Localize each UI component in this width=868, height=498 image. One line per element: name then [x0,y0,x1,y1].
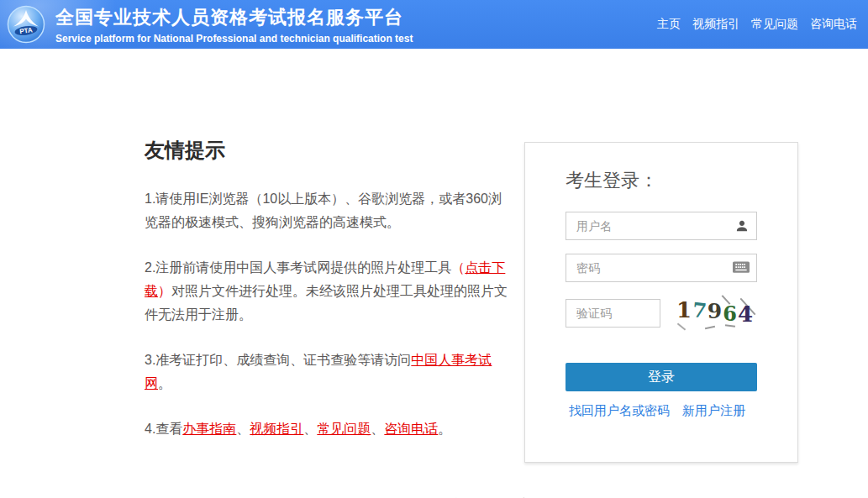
captcha-image[interactable]: 17964 [673,296,757,331]
username-input[interactable] [566,212,757,240]
site-logo: PTA [7,5,45,44]
site-subtitle: Service platform for National Profession… [55,33,413,45]
keyboard-icon[interactable] [733,261,750,275]
nav-faq[interactable]: 常见问题 [751,17,798,32]
login-links: 找回用户名或密码 新用户注册 [566,403,757,419]
captcha-noise [705,326,715,329]
friendly-tips: 友情提示 1.请使用IE浏览器（10以上版本）、谷歌浏览器，或者360浏览器的极… [145,137,508,463]
contact-phone-link[interactable]: 咨询电话 [384,422,438,436]
login-panel: 考生登录： [524,142,798,463]
main-content: 友情提示 1.请使用IE浏览器（10以上版本）、谷歌浏览器，或者360浏览器的极… [145,49,798,463]
captcha-row: 17964 [566,296,757,331]
paren-close: ） [158,284,171,298]
captcha-input[interactable] [566,299,660,328]
forgot-password-link[interactable]: 找回用户名或密码 [569,403,670,419]
paren-open: （ [451,260,465,275]
register-link[interactable]: 新用户注册 [682,403,745,419]
tip-photo-tool: 2.注册前请使用中国人事考试网提供的照片处理工具（点击下载）对照片文件进行处理。… [145,256,508,327]
site-title: 全国专业技术人员资格考试报名服务平台 [55,5,413,30]
video-guide-link[interactable]: 视频指引 [250,422,303,436]
title-block: 全国专业技术人员资格考试报名服务平台 Service platform for … [55,5,413,45]
password-field-wrapper [566,254,757,282]
user-icon [734,218,750,233]
captcha-digits: 17964 [676,297,754,322]
username-field-wrapper [566,212,757,240]
nav-video-guide[interactable]: 视频指引 [692,17,739,32]
tip-more-links: 4.查看办事指南、视频指引、常见问题、咨询电话。 [145,417,508,441]
password-input[interactable] [566,254,757,282]
header: PTA 全国专业技术人员资格考试报名服务平台 Service platform … [0,0,868,49]
tips-heading: 友情提示 [145,137,508,164]
tip-browser: 1.请使用IE浏览器（10以上版本）、谷歌浏览器，或者360浏览器的极速模式、搜… [145,187,508,234]
nav-contact-phone[interactable]: 咨询电话 [810,17,857,32]
captcha-noise [677,322,686,330]
login-button[interactable]: 登录 [566,363,757,391]
tip-cpta-site: 3.准考证打印、成绩查询、证书查验等请访问中国人事考试网。 [145,349,508,396]
top-navigation: 主页 视频指引 常见问题 咨询电话 [657,17,868,32]
faq-link[interactable]: 常见问题 [317,422,371,436]
nav-home[interactable]: 主页 [657,17,681,32]
login-heading: 考生登录： [566,168,757,193]
service-guide-link[interactable]: 办事指南 [182,422,236,436]
